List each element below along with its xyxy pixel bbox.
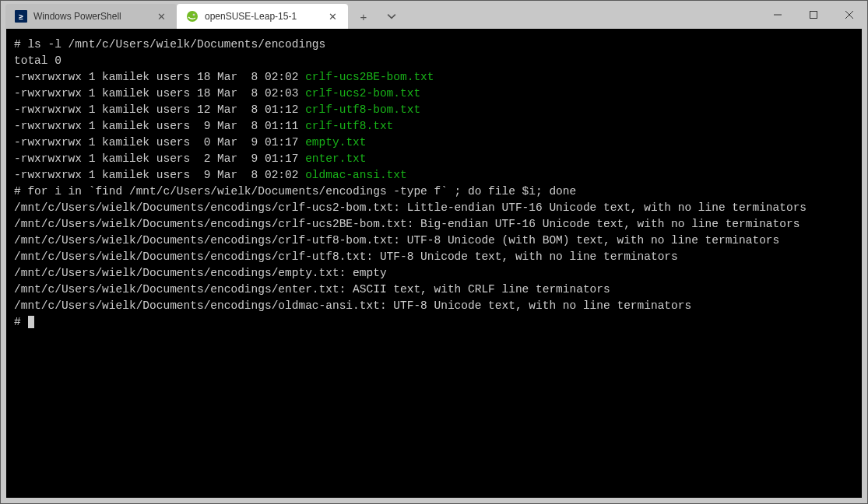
close-button[interactable] — [831, 1, 867, 29]
minimize-button[interactable] — [760, 1, 796, 29]
output-line: /mnt/c/Users/wielk/Documents/encodings/e… — [14, 283, 610, 296]
ls-row: -rwxrwxrwx 1 kamilek users 12 Mar 8 01:1… — [14, 103, 420, 116]
terminal-window: ≥ Windows PowerShell ✕ openSUSE-Leap-15-… — [0, 0, 868, 504]
terminal-pane[interactable]: # ls -l /mnt/c/Users/wielk/Documents/enc… — [6, 29, 862, 498]
svg-point-0 — [187, 11, 198, 22]
filename: empty.txt — [305, 136, 366, 149]
ls-row: -rwxrwxrwx 1 kamilek users 2 Mar 9 01:17… — [14, 152, 367, 165]
filename: crlf-utf8-bom.txt — [305, 103, 420, 116]
tab-strip: ≥ Windows PowerShell ✕ openSUSE-Leap-15-… — [1, 1, 401, 29]
maximize-button[interactable] — [796, 1, 831, 29]
tab-actions: + — [348, 4, 401, 29]
ls-row: -rwxrwxrwx 1 kamilek users 18 Mar 8 02:0… — [14, 71, 434, 83]
command-line: # for i in `find /mnt/c/Users/wielk/Docu… — [14, 185, 576, 198]
tab-label: Windows PowerShell — [33, 11, 155, 22]
ls-row: -rwxrwxrwx 1 kamilek users 9 Mar 8 01:11… — [14, 120, 393, 132]
ls-row: -rwxrwxrwx 1 kamilek users 9 Mar 8 02:02… — [14, 169, 407, 181]
ls-row: -rwxrwxrwx 1 kamilek users 18 Mar 8 02:0… — [14, 87, 420, 100]
output-line: /mnt/c/Users/wielk/Documents/encodings/o… — [14, 299, 691, 312]
output-line: /mnt/c/Users/wielk/Documents/encodings/c… — [14, 201, 807, 214]
close-icon[interactable]: ✕ — [155, 10, 167, 23]
output-line: /mnt/c/Users/wielk/Documents/encodings/c… — [14, 234, 779, 247]
output-line: /mnt/c/Users/wielk/Documents/encodings/c… — [14, 218, 799, 230]
filename: crlf-ucs2BE-bom.txt — [305, 71, 434, 83]
tab-label: openSUSE-Leap-15-1 — [205, 11, 326, 22]
titlebar: ≥ Windows PowerShell ✕ openSUSE-Leap-15-… — [1, 1, 867, 29]
prompt: # — [14, 316, 27, 328]
svg-point-2 — [193, 14, 194, 15]
output-line: /mnt/c/Users/wielk/Documents/encodings/c… — [14, 250, 678, 263]
filename: enter.txt — [305, 152, 366, 165]
svg-rect-4 — [810, 12, 817, 19]
new-tab-button[interactable]: + — [354, 7, 373, 26]
filename: crlf-ucs2-bom.txt — [305, 87, 420, 100]
tab-opensuse[interactable]: openSUSE-Leap-15-1 ✕ — [177, 4, 348, 29]
output-line: /mnt/c/Users/wielk/Documents/encodings/e… — [14, 267, 387, 279]
filename: oldmac-ansi.txt — [305, 169, 407, 181]
ls-row: -rwxrwxrwx 1 kamilek users 0 Mar 9 01:17… — [14, 136, 367, 149]
command-line: # ls -l /mnt/c/Users/wielk/Documents/enc… — [14, 38, 325, 51]
tab-powershell[interactable]: ≥ Windows PowerShell ✕ — [5, 4, 177, 29]
filename: crlf-utf8.txt — [305, 120, 393, 132]
opensuse-icon — [186, 10, 199, 23]
window-controls — [760, 1, 867, 29]
powershell-icon: ≥ — [15, 10, 27, 23]
close-icon[interactable]: ✕ — [326, 10, 339, 23]
cursor — [28, 316, 34, 328]
output-line: total 0 — [14, 54, 61, 67]
tab-dropdown-button[interactable] — [382, 7, 401, 26]
